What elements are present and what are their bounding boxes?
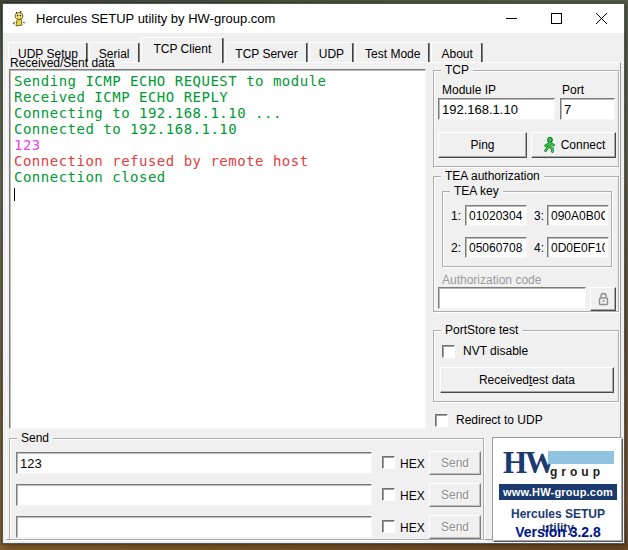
logo-version: Version 3.2.8 xyxy=(494,524,622,540)
nvt-disable-checkbox[interactable] xyxy=(442,345,455,358)
tcp-group: TCP Module IP Port Ping Connect xyxy=(433,70,619,167)
redirect-to-udp-checkbox[interactable] xyxy=(435,414,448,427)
hex-checkbox-1[interactable] xyxy=(382,456,395,469)
connect-button-label: Connect xyxy=(561,138,606,152)
terminal-line: Connection refused by remote host xyxy=(14,153,421,169)
send-button-label: Send xyxy=(441,520,469,534)
tea-key-4-label: 4: xyxy=(534,241,544,255)
tab-label: Test Mode xyxy=(365,47,420,61)
portstore-test-group: PortStore test NVT disable Received test… xyxy=(433,330,619,402)
redirect-to-udp-label: Redirect to UDP xyxy=(456,413,543,427)
send-group-legend: Send xyxy=(17,431,53,445)
lock-icon xyxy=(597,292,610,306)
hw-group-website-link[interactable]: www.HW-group.com xyxy=(499,484,617,500)
nvt-disable-row: NVT disable xyxy=(442,344,528,358)
tab-tcp-client[interactable]: TCP Client xyxy=(141,37,225,63)
port-label: Port xyxy=(562,83,584,97)
send-input-3[interactable] xyxy=(16,516,372,538)
hw-logo-group-word: group xyxy=(550,465,604,479)
send-input-1[interactable] xyxy=(16,452,372,474)
authorization-code-input[interactable] xyxy=(438,287,586,309)
send-button-label: Send xyxy=(441,488,469,502)
send-button-3[interactable]: Send xyxy=(429,515,481,539)
hw-group-website-label: www.HW-group.com xyxy=(503,486,613,498)
tab-label: About xyxy=(441,47,472,61)
tab-tcp-server[interactable]: TCP Server xyxy=(225,42,307,63)
send-button-2[interactable]: Send xyxy=(429,483,481,507)
terminal-line: Connection closed xyxy=(14,169,421,185)
portstore-legend: PortStore test xyxy=(441,323,522,337)
connect-button[interactable]: Connect xyxy=(531,132,616,158)
tab-label: UDP xyxy=(319,47,344,61)
nvt-disable-label: NVT disable xyxy=(463,344,528,358)
send-button-1[interactable]: Send xyxy=(429,451,481,475)
module-ip-input[interactable] xyxy=(438,98,555,120)
terminal-line: 123 xyxy=(14,137,421,153)
tab-test-mode[interactable]: Test Mode xyxy=(355,42,430,63)
app-icon xyxy=(11,10,29,28)
ping-button-label: Ping xyxy=(470,138,494,152)
tea-key-1-label: 1: xyxy=(451,209,461,223)
terminal-line: Connected to 192.168.1.10 xyxy=(14,121,421,137)
terminal-line: Received ICMP ECHO REPLY xyxy=(14,89,421,105)
tcp-group-legend: TCP xyxy=(441,63,473,77)
received-sent-terminal[interactable]: Sending ICMP ECHO REQUEST to module Rece… xyxy=(9,69,426,429)
minimize-icon xyxy=(506,13,517,24)
minimize-button[interactable] xyxy=(489,4,534,33)
tea-key-2-label: 2: xyxy=(451,241,461,255)
send-button-label: Send xyxy=(441,456,469,470)
close-button[interactable] xyxy=(579,4,624,33)
received-test-data-label: Received xyxy=(479,373,529,387)
redirect-to-udp-row: Redirect to UDP xyxy=(435,413,543,427)
hex-label-3: HEX xyxy=(400,521,425,535)
send-input-2[interactable] xyxy=(16,484,372,506)
lock-button[interactable] xyxy=(590,287,616,311)
window-controls xyxy=(489,4,624,33)
authorization-code-label: Authorization code xyxy=(442,273,541,287)
hw-logo-bluebar xyxy=(548,451,614,464)
received-test-data-label: est data xyxy=(532,373,575,387)
tea-key-legend: TEA key xyxy=(450,184,503,198)
tab-about[interactable]: About xyxy=(431,42,482,63)
close-icon xyxy=(596,13,607,24)
tea-authorization-group: TEA authorization TEA key 1: 3: 2: 4: Au… xyxy=(433,176,619,312)
hex-label-1: HEX xyxy=(400,457,425,471)
tea-key-2-input[interactable] xyxy=(465,237,527,258)
hex-checkbox-3[interactable] xyxy=(382,520,395,533)
window-title: Hercules SETUP utility by HW-group.com xyxy=(36,11,275,26)
received-sent-label: Received/Sent data xyxy=(10,56,115,70)
port-input[interactable] xyxy=(560,98,615,120)
connect-icon xyxy=(542,137,557,153)
maximize-button[interactable] xyxy=(534,4,579,33)
text-cursor xyxy=(14,188,15,201)
app-window: Hercules SETUP utility by HW-group.com U… xyxy=(2,3,625,544)
terminal-line: Sending ICMP ECHO REQUEST to module xyxy=(14,73,421,89)
module-ip-label: Module IP xyxy=(442,83,496,97)
send-group: Send HEX Send HEX Send HEX Send xyxy=(9,438,484,540)
terminal-line: Connecting to 192.168.1.10 ... xyxy=(14,105,421,121)
maximize-icon xyxy=(551,13,562,24)
hw-group-logo-panel: HW group www.HW-group.com Hercules SETUP… xyxy=(493,438,623,542)
tea-group-legend: TEA authorization xyxy=(441,169,544,183)
hex-label-2: HEX xyxy=(400,489,425,503)
received-test-data-button[interactable]: Received test data xyxy=(440,367,614,393)
titlebar: Hercules SETUP utility by HW-group.com xyxy=(3,4,624,33)
tea-key-3-input[interactable] xyxy=(547,205,609,226)
tea-key-3-label: 3: xyxy=(534,209,544,223)
tab-label: TCP Server xyxy=(235,47,297,61)
tab-udp[interactable]: UDP xyxy=(309,42,354,63)
ping-button[interactable]: Ping xyxy=(438,132,527,158)
tea-key-group: TEA key 1: 3: 2: 4: xyxy=(442,191,612,267)
hw-logo-text: HW xyxy=(503,445,554,481)
tea-key-4-input[interactable] xyxy=(547,237,609,258)
hex-checkbox-2[interactable] xyxy=(382,488,395,501)
tab-label: TCP Client xyxy=(154,42,212,56)
tea-key-1-input[interactable] xyxy=(465,205,527,226)
